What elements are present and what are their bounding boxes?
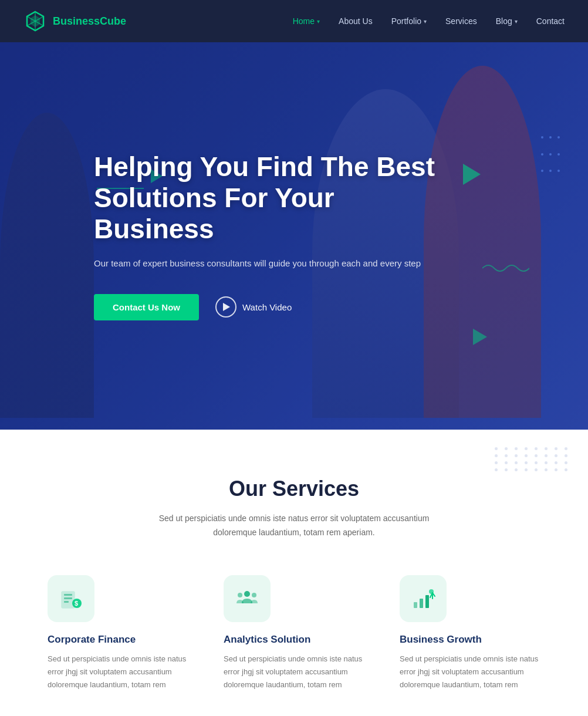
- svg-rect-15: [420, 599, 423, 608]
- deco-triangle-right-bottom: [473, 329, 487, 345]
- chevron-down-icon: ▾: [317, 18, 320, 25]
- svg-point-12: [238, 593, 242, 597]
- chevron-down-icon: ▾: [424, 18, 427, 25]
- svg-text:$: $: [75, 600, 78, 607]
- svg-point-17: [429, 589, 434, 594]
- growth-title: Business Growth: [400, 634, 540, 646]
- nav-link-contact[interactable]: Contact: [536, 16, 565, 26]
- hero-subtitle: Our team of expert business consultants …: [94, 256, 458, 271]
- deco-triangle-right-top: [463, 164, 481, 185]
- nav-item-home[interactable]: Home ▾: [293, 16, 320, 26]
- nav-item-portfolio[interactable]: Portfolio ▾: [391, 16, 427, 26]
- growth-desc: Sed ut perspiciatis unde omnis iste natu…: [400, 653, 540, 691]
- deco-dots-top-right: [541, 136, 576, 183]
- svg-rect-7: [64, 597, 72, 599]
- svg-rect-6: [64, 594, 72, 596]
- hero-content: Helping You Find The Best Solutions For …: [94, 151, 458, 320]
- nav-item-contact[interactable]: Contact: [536, 16, 565, 26]
- hero-buttons: Contact Us Now Watch Video: [94, 294, 458, 320]
- nav-item-blog[interactable]: Blog ▾: [496, 16, 518, 26]
- chevron-down-icon: ▾: [515, 18, 518, 25]
- deco-wave: [482, 259, 529, 277]
- svg-rect-8: [64, 601, 69, 603]
- watch-video-label: Watch Video: [242, 302, 292, 312]
- finance-desc: Sed ut perspiciatis unde omnis iste natu…: [48, 653, 188, 691]
- hero-section: Helping You Find The Best Solutions For …: [0, 42, 588, 430]
- services-subtitle: Sed ut perspiciatis unde omnis iste natu…: [153, 512, 435, 540]
- logo-icon: [23, 9, 47, 33]
- play-triangle: [223, 303, 230, 311]
- logo[interactable]: BusinessCube: [23, 9, 126, 33]
- navbar: BusinessCube Home ▾ About Us Portfolio ▾…: [0, 0, 588, 42]
- nav-link-portfolio[interactable]: Portfolio ▾: [391, 16, 427, 26]
- analytics-title: Analytics Solution: [224, 634, 364, 646]
- svg-rect-16: [425, 595, 429, 608]
- nav-item-services[interactable]: Services: [445, 16, 477, 26]
- nav-link-home[interactable]: Home ▾: [293, 16, 320, 26]
- nav-link-blog[interactable]: Blog ▾: [496, 16, 518, 26]
- services-bg-dots: [495, 447, 570, 471]
- finance-icon-wrap: $: [48, 575, 94, 622]
- nav-link-about[interactable]: About Us: [339, 16, 373, 26]
- contact-us-button[interactable]: Contact Us Now: [94, 294, 199, 320]
- growth-icon-wrap: [400, 575, 447, 622]
- finance-icon: $: [58, 586, 84, 612]
- growth-icon: [410, 586, 436, 612]
- services-cards: $ Corporate Finance Sed ut perspiciatis …: [35, 575, 553, 691]
- svg-point-11: [244, 591, 250, 597]
- hero-title: Helping You Find The Best Solutions For …: [94, 151, 458, 245]
- logo-text: BusinessCube: [53, 15, 126, 28]
- watch-video-button[interactable]: Watch Video: [215, 296, 292, 318]
- service-card-finance: $ Corporate Finance Sed ut perspiciatis …: [48, 575, 188, 691]
- svg-point-13: [252, 593, 256, 597]
- play-icon: [215, 296, 236, 318]
- nav-links: Home ▾ About Us Portfolio ▾ Services Blo…: [293, 16, 565, 26]
- svg-rect-14: [414, 602, 417, 608]
- analytics-icon: [234, 586, 260, 612]
- analytics-icon-wrap: [224, 575, 271, 622]
- services-title: Our Services: [35, 477, 553, 501]
- analytics-desc: Sed ut perspiciatis unde omnis iste natu…: [224, 653, 364, 691]
- nav-item-about[interactable]: About Us: [339, 16, 373, 26]
- nav-link-services[interactable]: Services: [445, 16, 477, 26]
- finance-title: Corporate Finance: [48, 634, 188, 646]
- service-card-analytics: Analytics Solution Sed ut perspiciatis u…: [224, 575, 364, 691]
- services-section: Our Services Sed ut perspiciatis unde om…: [0, 430, 588, 716]
- service-card-growth: Business Growth Sed ut perspiciatis unde…: [400, 575, 540, 691]
